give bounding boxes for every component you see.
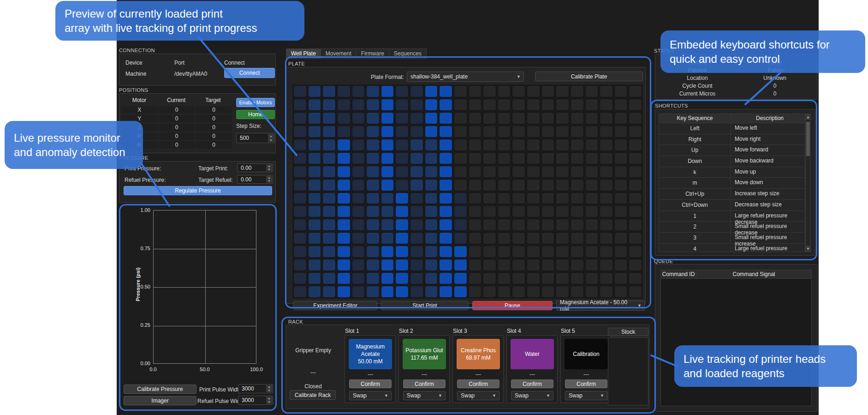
well-A22[interactable] — [600, 85, 613, 97]
well-J8[interactable] — [395, 205, 409, 217]
well-D24[interactable] — [629, 126, 642, 138]
well-B11[interactable] — [439, 99, 452, 111]
well-L3[interactable] — [322, 232, 336, 244]
well-G10[interactable] — [425, 166, 438, 178]
well-P9[interactable] — [410, 286, 423, 298]
well-H11[interactable] — [439, 179, 452, 191]
well-H9[interactable] — [410, 179, 423, 191]
home-button[interactable]: Home — [236, 110, 275, 119]
well-J19[interactable] — [556, 205, 569, 217]
well-D5[interactable] — [352, 126, 365, 138]
well-E24[interactable] — [629, 139, 642, 151]
well-M8[interactable] — [395, 246, 409, 258]
well-D1[interactable] — [293, 126, 307, 138]
well-F14[interactable] — [483, 152, 496, 164]
slot-2-swap-dropdown[interactable]: Swap▼ — [403, 391, 446, 400]
well-M1[interactable] — [293, 246, 307, 258]
well-B6[interactable] — [366, 99, 380, 111]
well-D10[interactable] — [425, 126, 438, 138]
well-M7[interactable] — [381, 246, 394, 258]
well-N4[interactable] — [337, 259, 351, 271]
well-B1[interactable] — [293, 99, 307, 111]
well-O4[interactable] — [337, 272, 351, 284]
well-M24[interactable] — [629, 246, 642, 258]
well-L23[interactable] — [614, 232, 628, 244]
well-B20[interactable] — [571, 99, 584, 111]
well-J7[interactable] — [381, 205, 394, 217]
well-L10[interactable] — [425, 232, 438, 244]
shortcut-row-up[interactable]: UpMove forward — [659, 145, 805, 156]
slot-1-reagent-tile[interactable]: Magnesium Acetate50.00 mM — [349, 339, 392, 369]
well-K21[interactable] — [585, 219, 599, 231]
well-K2[interactable] — [308, 219, 321, 231]
well-D22[interactable] — [600, 126, 613, 138]
well-A21[interactable] — [585, 85, 599, 97]
well-M2[interactable] — [308, 246, 321, 258]
spin-up-icon[interactable]: ▲ — [268, 176, 271, 179]
scrollbar-track[interactable] — [806, 120, 810, 246]
well-F19[interactable] — [556, 152, 569, 164]
calibrate-plate-button[interactable]: Calibrate Plate — [535, 72, 643, 81]
well-D2[interactable] — [308, 126, 321, 138]
well-B23[interactable] — [614, 99, 628, 111]
well-M23[interactable] — [614, 246, 628, 258]
shortcut-row-2[interactable]: 2Small refuel pressure decrease — [659, 222, 805, 233]
well-O7[interactable] — [381, 272, 394, 284]
slot-4-confirm-button[interactable]: Confirm — [511, 379, 553, 388]
well-B7[interactable] — [381, 99, 394, 111]
well-C12[interactable] — [454, 112, 467, 124]
well-G20[interactable] — [571, 166, 584, 178]
well-J9[interactable] — [410, 205, 423, 217]
target-print-stepper[interactable]: 0.00 ▲▼ — [237, 163, 273, 172]
shortcut-row-1[interactable]: 1Large refuel pressure decrease — [659, 211, 805, 222]
well-C18[interactable] — [541, 112, 555, 124]
well-N7[interactable] — [381, 259, 394, 271]
well-D14[interactable] — [483, 126, 496, 138]
well-F4[interactable] — [337, 152, 351, 164]
well-E8[interactable] — [395, 139, 409, 151]
well-I15[interactable] — [498, 192, 511, 204]
well-H19[interactable] — [556, 179, 569, 191]
well-F7[interactable] — [381, 152, 394, 164]
well-F20[interactable] — [571, 152, 584, 164]
shortcut-row-4[interactable]: 4Large refuel pressure increase — [659, 244, 805, 252]
well-B9[interactable] — [410, 99, 423, 111]
well-L2[interactable] — [308, 232, 321, 244]
well-H4[interactable] — [337, 179, 351, 191]
well-M12[interactable] — [454, 246, 467, 258]
well-M4[interactable] — [337, 246, 351, 258]
well-E18[interactable] — [541, 139, 555, 151]
shortcut-row-down[interactable]: DownMove backward — [659, 156, 805, 167]
well-G1[interactable] — [293, 166, 307, 178]
well-C19[interactable] — [556, 112, 569, 124]
well-K8[interactable] — [395, 219, 409, 231]
well-K10[interactable] — [425, 219, 438, 231]
well-J1[interactable] — [293, 205, 307, 217]
well-I16[interactable] — [512, 192, 525, 204]
well-D13[interactable] — [469, 126, 482, 138]
well-H17[interactable] — [527, 179, 540, 191]
well-D6[interactable] — [366, 126, 380, 138]
well-L12[interactable] — [454, 232, 467, 244]
well-E7[interactable] — [381, 139, 394, 151]
well-H15[interactable] — [498, 179, 511, 191]
well-P1[interactable] — [293, 286, 307, 298]
well-A3[interactable] — [322, 85, 336, 97]
shortcut-row-k[interactable]: kMove up — [659, 167, 805, 178]
well-O13[interactable] — [469, 272, 482, 284]
well-A8[interactable] — [395, 85, 409, 97]
well-H7[interactable] — [381, 179, 394, 191]
well-C4[interactable] — [337, 112, 351, 124]
slot-5-confirm-button[interactable]: Confirm — [565, 379, 607, 388]
well-H8[interactable] — [395, 179, 409, 191]
well-O2[interactable] — [308, 272, 321, 284]
regulate-pressure-button[interactable]: Regulate Pressure — [124, 186, 272, 195]
well-F17[interactable] — [527, 152, 540, 164]
well-H20[interactable] — [571, 179, 584, 191]
well-D23[interactable] — [614, 126, 628, 138]
well-G18[interactable] — [541, 166, 555, 178]
well-A14[interactable] — [483, 85, 496, 97]
well-I13[interactable] — [469, 192, 482, 204]
well-I19[interactable] — [556, 192, 569, 204]
well-E23[interactable] — [614, 139, 628, 151]
